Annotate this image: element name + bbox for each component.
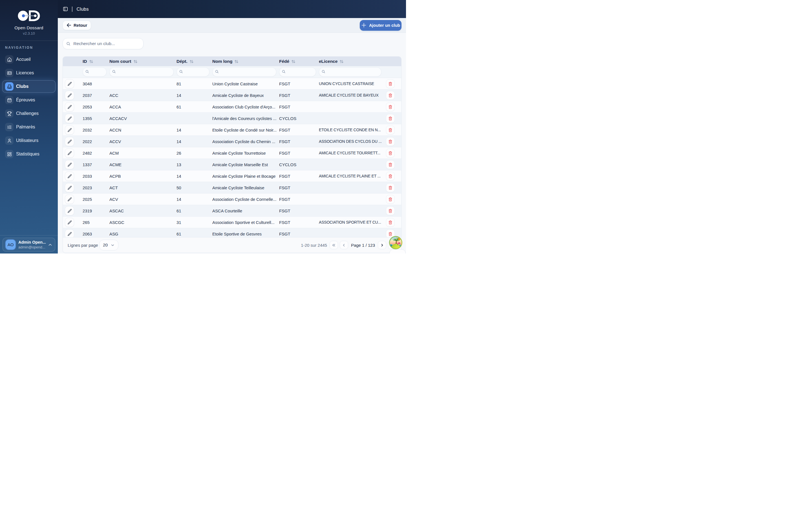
calendar-icon <box>5 96 13 104</box>
cell-fede: FSGT <box>279 128 319 132</box>
sidebar-item-licences[interactable]: Licences <box>2 67 56 79</box>
column-header-nom_long[interactable]: Nom long <box>212 59 279 64</box>
table-row: 2053ACCA61Association Club Cycliste d'Ar… <box>63 101 401 113</box>
plus-icon <box>361 22 366 28</box>
column-header-elicence[interactable]: eLicence <box>319 59 384 64</box>
delete-club-button[interactable] <box>386 195 395 204</box>
sidebar-item-accueil[interactable]: Accueil <box>2 53 56 66</box>
cell-actions <box>384 207 401 215</box>
delete-club-button[interactable] <box>386 126 395 134</box>
club-search-input[interactable] <box>73 41 140 46</box>
previous-page-button[interactable] <box>340 241 348 249</box>
edit-club-button[interactable] <box>65 125 74 135</box>
club-search <box>63 38 144 49</box>
sidebar-item-epreuves[interactable]: Épreuves <box>2 94 56 106</box>
table-row: 2319ASCAC61ASCA CourteilleFSGT <box>63 205 401 217</box>
cell-nom-court: ACCA <box>109 105 176 109</box>
delete-club-button[interactable] <box>386 91 395 100</box>
pencil-icon <box>67 105 72 109</box>
delete-club-button[interactable] <box>386 183 395 192</box>
first-page-button[interactable] <box>329 241 338 249</box>
delete-club-button[interactable] <box>386 79 395 88</box>
cell-id: 2053 <box>83 105 109 109</box>
edit-club-button[interactable] <box>65 79 74 89</box>
user-menu[interactable]: AO Admin Open... admin@opend... <box>3 238 55 251</box>
search-icon <box>215 69 219 75</box>
column-filter-input-fede[interactable] <box>287 70 313 74</box>
column-filter-input-nom_long[interactable] <box>220 70 273 74</box>
pencil-icon <box>67 231 72 236</box>
sidebar-item-utilisateurs[interactable]: Utilisateurs <box>2 134 56 147</box>
cell-dept: 14 <box>176 128 212 132</box>
sidebar-toggle-button[interactable] <box>63 6 68 12</box>
delete-club-button[interactable] <box>386 218 395 227</box>
back-button[interactable]: Retour <box>63 20 91 30</box>
edit-club-button[interactable] <box>65 149 74 158</box>
sidebar-item-statistiques[interactable]: Statistiques <box>2 148 56 160</box>
column-header-dept[interactable]: Dépt. <box>176 59 212 64</box>
cell-dept: 81 <box>176 81 212 86</box>
column-header-nom_court[interactable]: Nom court <box>109 59 176 64</box>
edit-club-button[interactable] <box>65 218 74 227</box>
desert-island-icon[interactable] <box>389 236 402 249</box>
cell-fede: FSGT <box>279 209 319 213</box>
edit-club-button[interactable] <box>65 172 74 181</box>
delete-club-button[interactable] <box>386 137 395 146</box>
cell-actions <box>63 172 83 181</box>
table-row: 1337ACME13Amicale Cycliste Marseille Est… <box>63 159 401 170</box>
delete-club-button[interactable] <box>386 114 395 123</box>
sidebar-item-clubs[interactable]: Clubs <box>2 80 56 93</box>
cell-id: 3048 <box>83 81 109 86</box>
edit-club-button[interactable] <box>65 114 74 123</box>
edit-club-button[interactable] <box>65 194 74 204</box>
sort-icon <box>234 59 239 64</box>
trash-icon <box>388 105 393 109</box>
column-filter-input-elicence[interactable] <box>327 70 378 74</box>
column-filter-input-dept[interactable] <box>185 70 207 74</box>
user-name: Admin Open... <box>18 240 46 244</box>
edit-club-button[interactable] <box>65 102 74 112</box>
edit-club-button[interactable] <box>65 229 74 237</box>
cell-actions <box>384 126 401 134</box>
delete-club-button[interactable] <box>386 160 395 169</box>
page-size-select[interactable]: 20 <box>99 240 118 250</box>
edit-club-button[interactable] <box>65 91 74 100</box>
cell-nom-long: Association Cycliste du Chemin ... <box>212 139 279 144</box>
edit-club-button[interactable] <box>65 137 74 146</box>
next-page-button[interactable] <box>378 241 386 249</box>
delete-club-button[interactable] <box>386 103 395 111</box>
edit-club-button[interactable] <box>65 206 74 216</box>
cell-actions <box>63 102 83 112</box>
column-header-fede[interactable]: Fédé <box>279 59 319 64</box>
sidebar-item-label: Utilisateurs <box>16 138 38 143</box>
cell-fede: FSGT <box>279 81 319 86</box>
pencil-icon <box>67 209 72 213</box>
sort-icon <box>190 59 194 64</box>
delete-club-button[interactable] <box>386 207 395 215</box>
cell-actions <box>384 160 401 169</box>
add-club-button[interactable]: Ajouter un club <box>360 20 402 31</box>
edit-club-button[interactable] <box>65 160 74 169</box>
pagination-bar: Lignes par page 20 1-20 sur 2445 Pag <box>63 237 401 252</box>
column-filter-input-id[interactable] <box>91 70 104 74</box>
sidebar-item-label: Palmarès <box>16 124 35 129</box>
cell-actions <box>384 149 401 158</box>
sidebar-item-challenges[interactable]: Challenges <box>2 107 56 120</box>
column-header-id[interactable]: ID <box>83 59 109 64</box>
sidebar-item-palmares[interactable]: Palmarès <box>2 121 56 133</box>
delete-club-button[interactable] <box>386 172 395 180</box>
topbar: Clubs <box>58 0 406 18</box>
edit-club-button[interactable] <box>65 183 74 192</box>
column-filter-input-nom_court[interactable] <box>117 70 171 74</box>
cell-fede: FSGT <box>279 197 319 202</box>
delete-club-button[interactable] <box>386 149 395 158</box>
cell-actions <box>63 160 83 169</box>
cell-actions <box>384 195 401 204</box>
sort-icon <box>340 59 344 64</box>
trash-icon <box>388 163 393 167</box>
cell-elicence: ASSOCIATION SPORTIVE ET CU... <box>319 220 384 224</box>
corner-widget-button[interactable] <box>389 249 406 253</box>
sidebar: Open Dossard v2.3.10 NAVIGATION AccueilL… <box>0 0 58 253</box>
column-header-label: Nom court <box>109 59 132 64</box>
filter-cell-id <box>83 67 109 76</box>
